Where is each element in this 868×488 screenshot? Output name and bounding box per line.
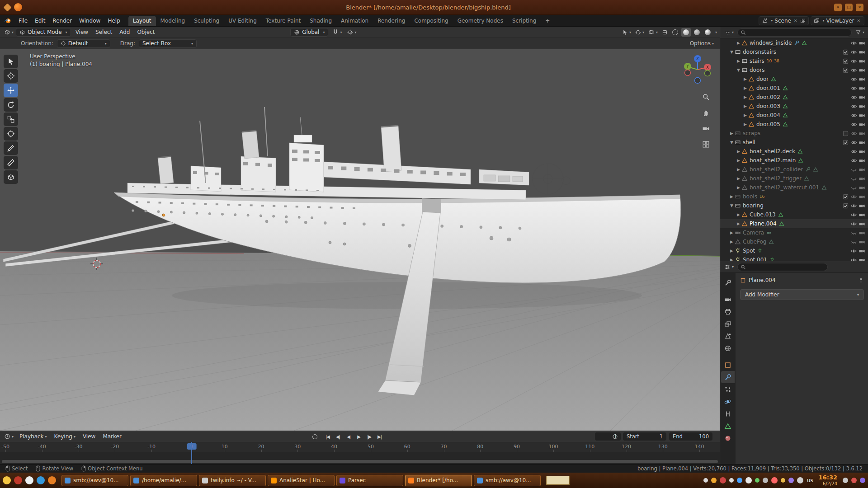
launcher-5[interactable] bbox=[48, 476, 56, 484]
window-close-button[interactable]: ✕ bbox=[856, 4, 863, 11]
cam-toggle[interactable] bbox=[858, 112, 866, 119]
expand-arrow-icon[interactable]: ▶ bbox=[729, 230, 735, 235]
expand-arrow-icon[interactable]: ▶ bbox=[736, 41, 741, 45]
outliner-item-label[interactable]: doorsnstairs bbox=[743, 49, 776, 55]
outliner-item-label[interactable]: stairs bbox=[750, 58, 764, 64]
check-toggle[interactable] bbox=[841, 49, 849, 56]
outliner-item-label[interactable]: door.004 bbox=[756, 112, 780, 118]
zoom-button[interactable] bbox=[700, 91, 712, 103]
tray-icon-6[interactable] bbox=[745, 477, 752, 483]
tray-icon-4[interactable] bbox=[729, 478, 734, 483]
annotate-tool[interactable] bbox=[4, 141, 18, 155]
viewlayer-selector[interactable]: ▾ ViewLayer ✕ bbox=[811, 16, 865, 25]
shading-rendered-button[interactable] bbox=[703, 28, 712, 37]
expand-arrow-icon[interactable]: ▶ bbox=[742, 113, 748, 117]
outliner-row[interactable]: ▶stairs1038 bbox=[720, 56, 868, 66]
playback-clock-icon[interactable] bbox=[611, 434, 619, 440]
window-menu-icon[interactable] bbox=[3, 3, 11, 11]
outliner-search-input[interactable] bbox=[737, 28, 852, 37]
frame-start-field[interactable]: Start1 bbox=[623, 432, 666, 441]
eyeclosed-toggle[interactable] bbox=[849, 239, 858, 245]
outliner-item-label[interactable]: bools bbox=[743, 193, 757, 200]
shading-solid-button[interactable] bbox=[681, 28, 691, 37]
pin-icon[interactable] bbox=[858, 277, 864, 283]
jump-start-button[interactable]: |◀ bbox=[323, 432, 332, 441]
playhead-line[interactable] bbox=[191, 442, 192, 465]
shading-chevron-icon[interactable]: ▾ bbox=[715, 30, 717, 34]
scene-selector[interactable]: ▾ Scene ✕ bbox=[759, 16, 808, 25]
outliner-item-label[interactable]: windows_inside bbox=[750, 40, 792, 46]
expand-arrow-icon[interactable]: ▶ bbox=[736, 167, 741, 172]
taskbar-field[interactable] bbox=[546, 476, 570, 485]
eye-toggle[interactable] bbox=[849, 148, 858, 155]
add-modifier-button[interactable]: Add Modifier ▾ bbox=[740, 289, 864, 300]
workspace-tab-shading[interactable]: Shading bbox=[305, 16, 336, 26]
cam-toggle[interactable] bbox=[858, 40, 866, 47]
outliner-item-label[interactable]: boat_shell2.deck bbox=[750, 148, 795, 155]
expand-arrow-icon[interactable]: ▶ bbox=[729, 249, 735, 253]
tray-icon-2[interactable] bbox=[711, 478, 717, 483]
blender-logo-icon[interactable] bbox=[4, 17, 11, 24]
add-cube-tool[interactable] bbox=[4, 170, 18, 184]
expand-arrow-icon[interactable]: ▶ bbox=[736, 59, 741, 63]
outliner-row[interactable]: ▼shell bbox=[720, 138, 868, 147]
outliner-row[interactable]: ▶boat_shell2_trigger bbox=[720, 174, 868, 183]
properties-tab-constraints[interactable] bbox=[721, 408, 735, 420]
cam-toggle[interactable] bbox=[858, 211, 866, 218]
eyeclosed-toggle[interactable] bbox=[849, 184, 858, 191]
tray-extra-icon-1[interactable] bbox=[843, 478, 848, 483]
shading-material-button[interactable] bbox=[692, 28, 702, 37]
workspace-tab-sculpting[interactable]: Sculpting bbox=[189, 16, 224, 26]
rotate-tool[interactable] bbox=[4, 98, 18, 112]
collapse-arrow-icon[interactable]: ▼ bbox=[729, 50, 735, 54]
outliner-item-label[interactable]: shell bbox=[743, 139, 755, 145]
cam-toggle[interactable] bbox=[858, 239, 866, 245]
eye-toggle[interactable] bbox=[849, 248, 858, 254]
window-shade-button[interactable]: ▾ bbox=[834, 4, 842, 11]
collapse-arrow-icon[interactable]: ▼ bbox=[736, 68, 741, 72]
outliner-row[interactable]: ▶bools16 bbox=[720, 192, 868, 201]
properties-search-input[interactable] bbox=[737, 263, 828, 271]
drag-setting-dropdown[interactable]: Select Box ▾ bbox=[139, 39, 197, 48]
outliner-row[interactable]: ▼doorsnstairs bbox=[720, 47, 868, 56]
outliner-item-label[interactable]: boat_shell2_watercut.001 bbox=[750, 184, 819, 191]
outliner-item-label[interactable]: door.003 bbox=[756, 103, 780, 109]
taskbar-window-button[interactable]: Blender* [/ho... bbox=[405, 475, 472, 486]
taskbar-window-button[interactable]: Parsec bbox=[336, 475, 403, 486]
properties-tab-output[interactable] bbox=[721, 305, 735, 318]
outliner-row[interactable]: ▶Plane.004 bbox=[720, 219, 868, 228]
expand-arrow-icon[interactable]: ▶ bbox=[736, 158, 741, 163]
menu-edit[interactable]: Edit bbox=[31, 18, 49, 24]
outliner-item-label[interactable]: boaring bbox=[743, 202, 764, 209]
editor-type-button[interactable]: ▾ bbox=[3, 29, 15, 35]
auto-keying-button[interactable] bbox=[311, 434, 319, 439]
eye-toggle[interactable] bbox=[849, 202, 858, 209]
tray-icon-10[interactable] bbox=[781, 478, 785, 483]
eyeclosed-toggle[interactable] bbox=[849, 230, 858, 236]
check-toggle[interactable] bbox=[841, 202, 849, 209]
outliner-item-label[interactable]: Camera bbox=[743, 230, 764, 236]
outliner-item-label[interactable]: Cube.013 bbox=[750, 211, 776, 218]
scale-tool[interactable] bbox=[4, 113, 18, 126]
outliner-item-label[interactable]: boat_shell2.main bbox=[750, 157, 796, 164]
show-overlays-button[interactable]: ▾ bbox=[647, 29, 659, 35]
transform-tool[interactable] bbox=[4, 127, 18, 141]
expand-arrow-icon[interactable]: ▶ bbox=[729, 194, 735, 199]
timeline-scrollbar[interactable] bbox=[2, 460, 718, 463]
window-titlebar[interactable]: Blender* [/home/amalie/Desktop/blender/b… bbox=[0, 0, 868, 15]
properties-tab-object[interactable] bbox=[721, 359, 735, 371]
xray-toggle-button[interactable] bbox=[660, 29, 669, 35]
timeline-editor-type-button[interactable]: ▾ bbox=[3, 433, 15, 440]
outliner-editor-type-button[interactable]: ▾ bbox=[723, 29, 735, 36]
workspace-tab-modeling[interactable]: Modeling bbox=[156, 16, 190, 26]
expand-arrow-icon[interactable]: ▶ bbox=[736, 149, 741, 154]
tray-icon-5[interactable] bbox=[737, 478, 742, 483]
expand-arrow-icon[interactable]: ▶ bbox=[742, 95, 748, 99]
eye-toggle[interactable] bbox=[849, 85, 858, 92]
show-gizmo-button[interactable]: ▾ bbox=[634, 29, 646, 35]
timeline-ruler[interactable]: 1 -50-40-30-20-1010203040506070809010011… bbox=[0, 442, 720, 452]
eye-toggle[interactable] bbox=[849, 121, 858, 128]
add-workspace-button[interactable]: + bbox=[541, 16, 554, 26]
outliner-row[interactable]: ▶door.005 bbox=[720, 120, 868, 129]
outliner-row[interactable]: ▼boaring bbox=[720, 201, 868, 210]
